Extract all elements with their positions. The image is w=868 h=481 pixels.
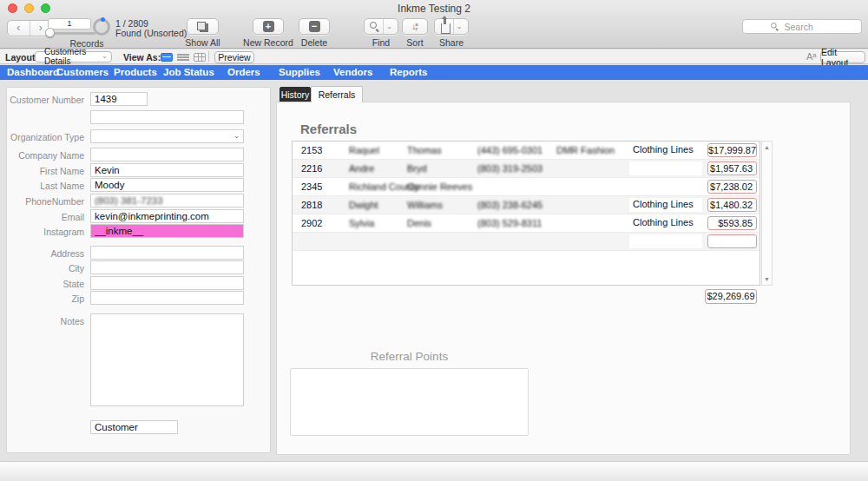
- table-row[interactable]: 2153 Raquel Thomas (443) 695-0301 DMR Fa…: [293, 142, 760, 160]
- referral-amount-field[interactable]: $17,999.87: [707, 143, 757, 157]
- form-view-icon[interactable]: [161, 53, 173, 62]
- found-status: Found (Unsorted): [115, 29, 187, 38]
- share-button[interactable]: ⌄: [434, 18, 469, 35]
- referral-total-field[interactable]: $29,269.69: [705, 289, 757, 304]
- record-slider-track[interactable]: [48, 32, 95, 35]
- find-button[interactable]: ⌄: [364, 18, 398, 35]
- referral-amount-field[interactable]: [707, 234, 757, 248]
- redacted-company: DMR Fashion: [556, 145, 615, 155]
- referral-type-field[interactable]: [629, 180, 702, 194]
- instagram-field[interactable]: [90, 224, 244, 238]
- chevron-down-icon: ⌄: [233, 132, 240, 140]
- referrals-heading: Referrals: [300, 122, 357, 136]
- nav-item-customers[interactable]: Customers: [56, 67, 108, 77]
- nav-item-dashboard[interactable]: Dashboard: [7, 67, 59, 77]
- nav-item-orders[interactable]: Orders: [227, 67, 260, 77]
- address-label: Address: [7, 248, 84, 259]
- record-number-field[interactable]: 1: [48, 18, 91, 30]
- layout-label: Layout:: [5, 52, 38, 63]
- referral-amount-field[interactable]: $7,238.02: [707, 180, 757, 194]
- referral-points-field[interactable]: [290, 368, 529, 436]
- referral-amount-field[interactable]: $1,957.63: [707, 161, 757, 175]
- portal-scrollbar[interactable]: ▲ ▼: [761, 141, 773, 286]
- preview-button[interactable]: Preview: [214, 51, 254, 63]
- previous-record-button[interactable]: ‹: [8, 21, 30, 36]
- search-icon: [370, 22, 380, 32]
- show-all-button[interactable]: [187, 18, 219, 35]
- minus-icon: −: [309, 21, 320, 32]
- chevron-down-icon[interactable]: ⌄: [386, 23, 392, 30]
- referral-type-field[interactable]: Clothing Lines: [629, 198, 702, 212]
- divider: [453, 19, 454, 34]
- referral-type-field[interactable]: [629, 161, 702, 175]
- layout-select[interactable]: Customers Details ⌄: [35, 51, 112, 63]
- show-all-label: Show All: [178, 37, 227, 48]
- window-footer: [0, 461, 868, 481]
- layout-bar: Layout: Customers Details ⌄ View As: Pre…: [0, 49, 868, 64]
- redacted-last-name: Denis: [407, 218, 431, 228]
- referral-type-field[interactable]: Clothing Lines: [629, 143, 702, 157]
- tab-referrals[interactable]: Referrals: [311, 86, 363, 102]
- referral-amount-field[interactable]: $593.85: [707, 216, 757, 230]
- search-input[interactable]: [783, 21, 835, 33]
- address-field[interactable]: [90, 246, 244, 260]
- table-view-icon[interactable]: [194, 53, 206, 62]
- referral-type-field[interactable]: [629, 234, 702, 248]
- referral-points-label: Referral Points: [290, 350, 529, 363]
- chevron-down-icon[interactable]: ⌄: [457, 23, 463, 30]
- table-row[interactable]: 2216 Andre Bryd (803) 319-2503 $1,957.63: [293, 160, 760, 178]
- redacted-phone: (443) 695-0301: [477, 145, 542, 155]
- list-view-icon[interactable]: [177, 53, 189, 62]
- referral-amount-field[interactable]: $1,480.32: [707, 198, 757, 212]
- untitled-field[interactable]: [90, 110, 244, 124]
- table-row[interactable]: 2345 Richland County Connie Reeves $7,23…: [293, 178, 760, 196]
- new-record-button[interactable]: +: [253, 18, 284, 35]
- redacted-phone: (803) 319-2503: [477, 163, 542, 174]
- first-name-field[interactable]: [90, 163, 244, 177]
- redacted-last-name: Connie Reeves: [407, 181, 472, 192]
- tab-history[interactable]: History: [279, 87, 311, 102]
- city-field[interactable]: [90, 260, 244, 274]
- phone-number-field[interactable]: (803) 381-7233: [90, 194, 244, 208]
- redacted-first-name: Raquel: [349, 145, 379, 155]
- redacted-phone: (803) 238-6245: [477, 200, 542, 210]
- divider: [383, 19, 384, 34]
- zip-label: Zip: [7, 293, 84, 304]
- zip-field[interactable]: [90, 291, 244, 305]
- nav-item-supplies[interactable]: Supplies: [279, 67, 320, 77]
- divider: [208, 51, 209, 62]
- organization-type-select[interactable]: ⌄: [90, 129, 244, 143]
- state-field[interactable]: [90, 276, 244, 290]
- record-slider-thumb[interactable]: [45, 28, 55, 37]
- company-name-field[interactable]: [90, 148, 244, 161]
- notes-field[interactable]: [90, 313, 244, 406]
- table-row[interactable]: [293, 233, 760, 251]
- formatting-icon[interactable]: Aᵃ: [806, 51, 816, 62]
- chevron-down-icon: ⌄: [102, 53, 108, 60]
- email-field[interactable]: [90, 209, 244, 223]
- referral-id: 2216: [301, 163, 322, 174]
- customer-form-panel: Customer Number Organization Type ⌄ Comp…: [6, 87, 271, 453]
- redacted-phone-value: (803) 381-7233: [95, 195, 163, 206]
- sort-az-icon: ↓az: [411, 22, 418, 31]
- scroll-up-icon[interactable]: ▲: [762, 144, 772, 150]
- delete-record-button[interactable]: −: [299, 18, 330, 35]
- table-row[interactable]: 2902 Sylvia Denis (803) 529-8311 Clothin…: [293, 214, 760, 233]
- redacted-first-name: Andre: [349, 163, 374, 174]
- last-name-field[interactable]: [90, 178, 244, 192]
- nav-item-products[interactable]: Products: [114, 67, 157, 77]
- nav-item-vendors[interactable]: Vendors: [333, 67, 372, 77]
- table-row[interactable]: 2818 Dwight Williams (803) 238-6245 Clot…: [293, 196, 760, 214]
- sort-button[interactable]: ↓az: [402, 18, 428, 35]
- nav-item-job-status[interactable]: Job Status: [163, 67, 214, 77]
- scroll-down-icon[interactable]: ▼: [762, 276, 772, 282]
- customer-type-field[interactable]: [90, 420, 178, 434]
- nav-item-reports[interactable]: Reports: [390, 67, 427, 77]
- record-content: Customer Number Organization Type ⌄ Comp…: [0, 80, 868, 461]
- referral-id: 2153: [301, 145, 322, 155]
- notes-label: Notes: [7, 316, 84, 326]
- customer-number-field[interactable]: [90, 92, 148, 106]
- found-set-pie-icon[interactable]: [93, 18, 110, 36]
- edit-layout-button[interactable]: Edit Layout: [820, 51, 865, 63]
- referral-type-field[interactable]: Clothing Lines: [629, 216, 702, 230]
